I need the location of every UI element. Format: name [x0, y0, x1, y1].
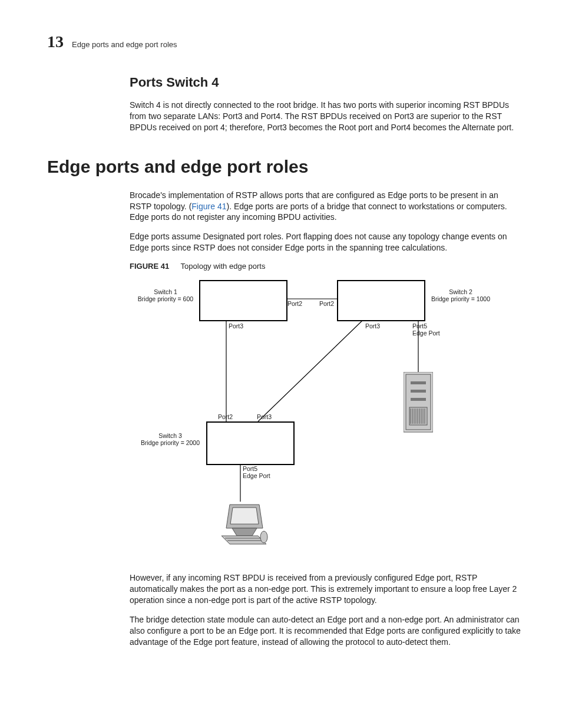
figure-label: FIGURE 41: [130, 262, 169, 271]
para-edge-3: However, if any incoming RST BPDU is rec…: [130, 572, 521, 606]
figure-title: Topology with edge ports: [181, 262, 266, 271]
label-sw1-port2: Port2: [287, 300, 302, 307]
label-sw2-port2: Port2: [319, 300, 334, 307]
chapter-number: 13: [47, 32, 64, 51]
diagram-lines: [130, 278, 507, 561]
svg-marker-21: [230, 508, 259, 524]
label-sw2-port5: Port5 Edge Port: [412, 322, 440, 337]
label-switch3: Switch 3 Bridge priority = 2000: [135, 432, 205, 446]
switch-2-box: [337, 280, 425, 321]
heading-ports-switch-4: Ports Switch 4: [130, 75, 521, 90]
label-sw1-port3: Port3: [229, 322, 243, 330]
svg-rect-7: [411, 381, 426, 384]
label-sw3-port5: Port5 Edge Port: [243, 465, 270, 479]
label-switch2: Switch 2 Bridge priority = 1000: [425, 288, 496, 302]
svg-marker-22: [232, 528, 257, 536]
running-header: 13 Edge ports and edge port roles: [47, 32, 521, 51]
label-sw3-port2: Port2: [218, 413, 233, 420]
switch-3-box: [206, 421, 295, 465]
para-edge-2: Edge ports assume Designated port roles.…: [130, 231, 521, 253]
topology-diagram: Switch 1 Bridge priority = 600 Switch 2 …: [130, 278, 507, 561]
svg-rect-8: [411, 390, 426, 393]
figure-ref-link[interactable]: Figure 41: [191, 202, 226, 211]
label-sw3-port3: Port3: [257, 413, 272, 420]
svg-marker-23: [222, 536, 266, 544]
para-ports-switch-4: Switch 4 is not directly connected to th…: [130, 100, 521, 133]
para-edge-1: Brocade's implementation of RSTP allows …: [130, 190, 521, 223]
heading-edge-ports: Edge ports and edge port roles: [47, 157, 521, 177]
server-icon: [404, 372, 433, 437]
label-switch1: Switch 1 Bridge priority = 600: [133, 288, 198, 302]
switch-1-box: [199, 280, 287, 321]
running-title: Edge ports and edge port roles: [72, 40, 177, 49]
svg-point-26: [260, 531, 267, 543]
workstation-icon: [217, 502, 270, 549]
svg-line-2: [258, 319, 364, 421]
para-edge-4: The bridge detection state module can au…: [130, 614, 521, 648]
figure-caption: FIGURE 41 Topology with edge ports: [130, 262, 521, 271]
svg-rect-9: [411, 398, 426, 401]
label-sw2-port3: Port3: [365, 322, 380, 330]
